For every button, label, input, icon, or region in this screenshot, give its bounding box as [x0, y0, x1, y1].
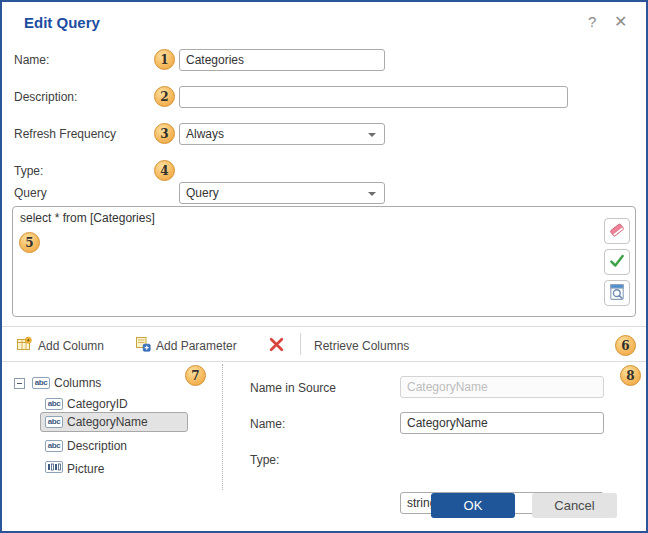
name-in-source-label: Name in Source	[250, 381, 336, 395]
tree-root-columns[interactable]: Columns	[54, 376, 101, 390]
add-column-icon	[16, 336, 32, 355]
query-editor[interactable]: select * from [Categories] 5	[12, 206, 636, 317]
type-dropdown[interactable]: Query	[179, 182, 385, 204]
panel-splitter[interactable]	[222, 364, 223, 490]
delete-x-icon	[268, 342, 285, 356]
tree-collapse-icon[interactable]	[14, 378, 25, 389]
type-label: Type:	[14, 164, 43, 178]
column-type-label: Type:	[250, 453, 279, 467]
dialog-title: Edit Query	[24, 14, 100, 31]
name-in-source-input	[400, 376, 604, 398]
abc-column-icon: abc	[45, 416, 63, 428]
abc-column-icon: abc	[45, 440, 63, 452]
tree-item-categoryname[interactable]: abc CategoryName	[45, 415, 148, 429]
tree-item-categoryid[interactable]: abc CategoryID	[45, 397, 128, 411]
add-column-button[interactable]: Add Column	[38, 339, 104, 353]
query-button-column	[604, 218, 630, 306]
badge-1: 1	[154, 49, 175, 70]
name-input[interactable]	[179, 49, 385, 71]
retrieve-columns-button[interactable]: Retrieve Columns	[314, 339, 409, 353]
checkmark-icon	[608, 252, 626, 273]
separator	[2, 361, 646, 362]
badge-8: 8	[620, 365, 641, 386]
delete-button[interactable]	[268, 336, 285, 356]
chevron-down-icon	[368, 133, 376, 137]
column-name-input[interactable]	[400, 412, 604, 434]
ok-button[interactable]: OK	[431, 493, 515, 518]
toolbar-separator	[300, 333, 301, 355]
preview-query-button[interactable]	[604, 280, 630, 306]
add-parameter-icon	[135, 336, 151, 355]
name-label: Name:	[14, 53, 49, 67]
abc-column-icon: abc	[32, 377, 50, 389]
tree-item-picture[interactable]: Picture	[45, 461, 104, 476]
badge-7: 7	[185, 365, 206, 386]
refresh-frequency-label: Refresh Frequency	[14, 127, 116, 141]
badge-2: 2	[154, 86, 175, 107]
badge-3: 3	[154, 123, 175, 144]
badge-4: 4	[154, 160, 175, 181]
column-name-label: Name:	[250, 417, 285, 431]
close-icon[interactable]: ✕	[614, 12, 627, 31]
description-label: Description:	[14, 90, 77, 104]
type-value: Query	[186, 186, 219, 200]
preview-icon	[608, 283, 626, 304]
binary-column-icon	[45, 461, 63, 476]
tree-item-description[interactable]: abc Description	[45, 439, 127, 453]
refresh-frequency-dropdown[interactable]: Always	[179, 123, 385, 145]
query-text[interactable]: select * from [Categories]	[20, 211, 155, 225]
abc-column-icon: abc	[45, 398, 63, 410]
erase-query-button[interactable]	[604, 218, 630, 244]
chevron-down-icon	[368, 192, 376, 196]
description-input[interactable]	[179, 86, 568, 108]
refresh-frequency-value: Always	[186, 127, 224, 141]
help-icon[interactable]: ?	[588, 13, 596, 30]
cancel-button[interactable]: Cancel	[532, 493, 617, 518]
separator	[2, 326, 646, 327]
validate-query-button[interactable]	[604, 249, 630, 275]
edit-query-dialog: Edit Query ? ✕ Name: 1 Description: 2 Re…	[0, 0, 648, 533]
badge-5: 5	[19, 232, 40, 253]
badge-6: 6	[615, 335, 636, 356]
eraser-icon	[608, 221, 626, 242]
query-label: Query	[14, 186, 47, 200]
add-parameter-button[interactable]: Add Parameter	[156, 339, 237, 353]
